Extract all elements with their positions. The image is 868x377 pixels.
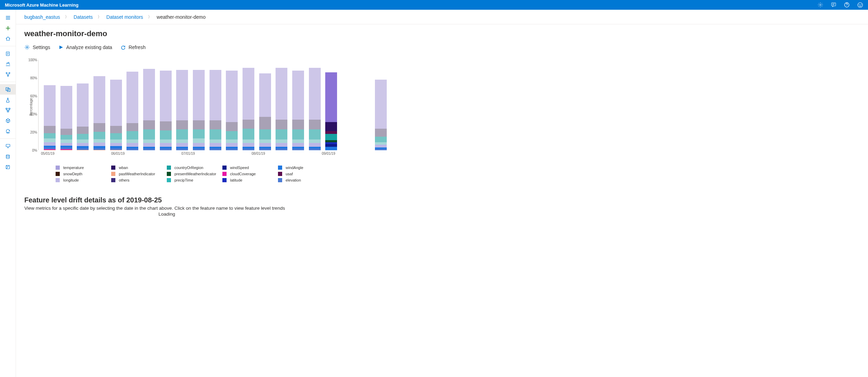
chart-bar[interactable] (108, 80, 124, 150)
chart-bar[interactable] (174, 70, 190, 150)
bar-segment (110, 150, 122, 150)
legend-item[interactable]: snowDepth (56, 172, 111, 176)
chart-bar[interactable] (190, 70, 207, 150)
home-icon[interactable] (0, 33, 16, 44)
compute-icon[interactable] (0, 141, 16, 151)
legend-item[interactable]: cloudCoverage (222, 172, 278, 176)
legend-item[interactable]: precipTime (167, 178, 222, 182)
bar-segment (193, 120, 205, 129)
datastores-icon[interactable] (0, 151, 16, 162)
chevron-right-icon: 〉 (98, 14, 101, 19)
chart-bar[interactable] (223, 71, 240, 150)
bar-segment (276, 143, 287, 146)
feedback-icon[interactable] (831, 2, 836, 8)
bar-segment (93, 123, 105, 132)
legend-item[interactable]: presentWeatherIndicator (167, 172, 222, 176)
bar-segment (77, 134, 89, 139)
bar-segment (276, 68, 287, 119)
legend-label: presentWeatherIndicator (174, 172, 216, 176)
bar-segment (126, 139, 138, 143)
bar-segment (243, 139, 254, 143)
chart-bar[interactable] (372, 80, 389, 150)
new-icon[interactable] (0, 23, 16, 33)
settings-button[interactable]: Settings (24, 45, 50, 50)
chart-bar[interactable] (257, 73, 273, 150)
legend-swatch (222, 178, 227, 182)
notebook-icon[interactable] (0, 48, 16, 59)
drift-chart[interactable]: Percentage 0%20%40%60%80%100% 05/01/1906… (24, 60, 389, 182)
legend-item[interactable]: others (111, 178, 167, 182)
chart-bar[interactable] (273, 68, 290, 150)
bar-segment (160, 71, 172, 121)
legend-item[interactable]: pastWeatherIndicator (111, 172, 167, 176)
legend-item[interactable]: usaf (278, 172, 334, 176)
experiments-icon[interactable] (0, 95, 16, 105)
chart-bar[interactable] (74, 83, 91, 150)
chart-bar[interactable] (306, 68, 323, 150)
legend-item[interactable]: temperature (56, 166, 111, 170)
legend-label: cloudCoverage (230, 172, 256, 176)
analyze-button[interactable]: Analyze existing data (59, 45, 112, 50)
legend-label: others (119, 178, 130, 182)
legend-item[interactable]: longitude (56, 178, 111, 182)
chart-bar[interactable] (141, 69, 157, 150)
divider (0, 138, 16, 139)
bar-segment (176, 143, 188, 146)
chart-bar[interactable] (124, 72, 141, 150)
menu-toggle-icon[interactable] (0, 13, 16, 23)
bar-segment (292, 143, 304, 146)
smiley-icon[interactable] (857, 2, 863, 8)
breadcrumb-link[interactable]: bugbash_eastus (24, 14, 60, 20)
legend-swatch (56, 178, 60, 182)
labeling-icon[interactable] (0, 162, 16, 172)
svg-point-0 (820, 4, 821, 6)
bar-segment (44, 133, 56, 139)
bar-segment (60, 139, 72, 143)
refresh-button[interactable]: Refresh (121, 45, 146, 50)
breadcrumb-link[interactable]: Dataset monitors (106, 14, 143, 20)
x-tick: 09/01/19 (322, 152, 335, 155)
chart-bar[interactable] (41, 85, 58, 150)
svg-rect-14 (7, 111, 9, 112)
chart-bar[interactable] (207, 70, 224, 150)
bar-segment (226, 131, 238, 139)
legend-item[interactable]: countryOrRegion (167, 166, 222, 170)
settings-label: Settings (33, 45, 50, 50)
chart-bar[interactable] (157, 71, 174, 150)
endpoints-icon[interactable] (0, 126, 16, 136)
models-icon[interactable] (0, 115, 16, 126)
chart-bar[interactable] (240, 68, 257, 150)
legend-item[interactable]: wban (111, 166, 167, 170)
datasets-icon[interactable] (0, 84, 16, 95)
bar-segment (126, 143, 138, 146)
designer-icon[interactable] (0, 69, 16, 80)
automated-ml-icon[interactable] (0, 59, 16, 69)
breadcrumb-link[interactable]: Datasets (74, 14, 93, 20)
bar-segment (126, 72, 138, 123)
bar-segment (226, 149, 238, 150)
chart-bar[interactable] (323, 72, 339, 150)
section-subtext: View metrics for a specific date by sele… (24, 206, 860, 211)
settings-gear-icon[interactable] (818, 2, 823, 8)
svg-rect-16 (6, 144, 10, 147)
pipelines-icon[interactable] (0, 105, 16, 115)
legend-item[interactable]: windAngle (278, 166, 334, 170)
help-icon[interactable] (844, 2, 850, 8)
legend-item[interactable]: windSpeed (222, 166, 278, 170)
bar-segment (60, 86, 72, 128)
chart-bar[interactable] (58, 86, 75, 150)
legend-item[interactable]: elevation (278, 178, 334, 182)
y-tick: 60% (25, 94, 37, 98)
bar-segment (160, 149, 172, 150)
svg-point-4 (859, 4, 860, 5)
legend-label: snowDepth (63, 172, 82, 176)
bar-segment (193, 129, 205, 138)
bar-segment (110, 143, 122, 146)
chart-bar[interactable] (91, 76, 108, 150)
svg-point-5 (861, 4, 861, 5)
loading-text: Loading (24, 211, 309, 217)
bar-segment (292, 129, 304, 139)
bar-segment (93, 143, 105, 146)
chart-bar[interactable] (290, 71, 306, 150)
legend-item[interactable]: latitude (222, 178, 278, 182)
